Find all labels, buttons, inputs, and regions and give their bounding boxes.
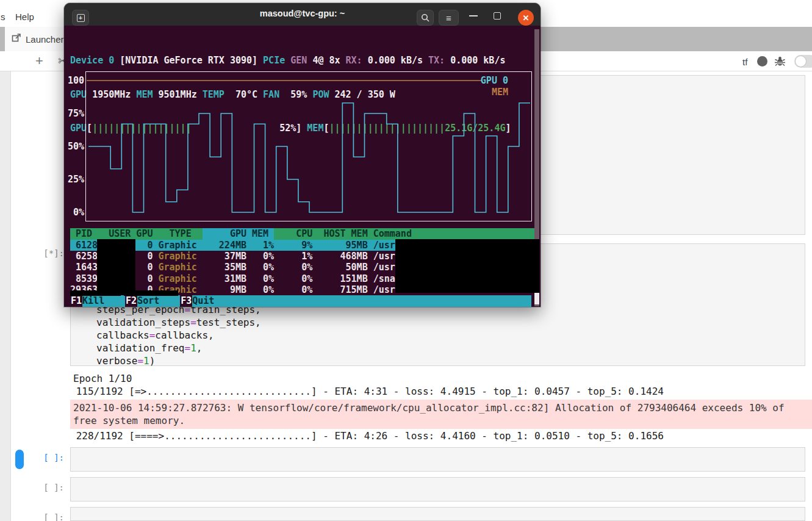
- tab-launcher-label: Launcher: [26, 34, 64, 45]
- redaction-box-user: [97, 239, 135, 295]
- code-line[interactable]: validation_steps=test_steps,: [96, 316, 261, 329]
- menu-item-help[interactable]: Help: [15, 12, 34, 22]
- code-line[interactable]: callbacks=callbacks,: [96, 329, 261, 342]
- kernel-busy-icon[interactable]: [757, 56, 767, 66]
- toggle-knob: [795, 56, 807, 67]
- stderr-warning-block: 2021-10-06 14:59:27.872763: W tensorflow…: [70, 400, 812, 429]
- cell-prompt-empty: [ ]:: [31, 512, 64, 521]
- y-tick-50: 50%: [64, 141, 84, 152]
- header-fill: [412, 228, 534, 240]
- output-progress-line-1: 115/1192 [=>............................…: [70, 385, 664, 398]
- y-tick-25: 25%: [64, 174, 84, 185]
- fkey-f3[interactable]: F3: [180, 295, 192, 307]
- legend-mem: MEM: [492, 87, 508, 98]
- hamburger-menu-button[interactable]: ≡: [439, 10, 459, 26]
- simple-mode-toggle[interactable]: [794, 55, 812, 68]
- fkey-action-sort[interactable]: Sort: [137, 295, 180, 307]
- terminal-text-segment: TX:: [428, 55, 450, 66]
- cell-prompt-active: [ ]:: [31, 453, 64, 462]
- terminal-text-segment: 0.000 kB/s: [368, 55, 428, 66]
- output-epoch-line: Epoch 1/10: [73, 372, 132, 385]
- close-button[interactable]: ✕: [518, 10, 534, 26]
- terminal-text-segment: 4@ 8x: [312, 55, 345, 66]
- y-tick-0: 0%: [64, 207, 84, 218]
- header-left: PID USER GPU TYPE: [70, 228, 203, 240]
- terminal-text-segment: Device 0: [70, 55, 120, 66]
- add-cell-icon[interactable]: +: [35, 53, 43, 69]
- left-sidebar-strip[interactable]: [0, 71, 11, 521]
- code-cell-input-4[interactable]: [70, 477, 805, 501]
- function-key-bar: F1KillF2SortF3Quit: [70, 295, 531, 307]
- code-cell-input-3[interactable]: [70, 447, 805, 472]
- fkey-f1[interactable]: F1: [70, 295, 82, 307]
- redaction-box-command: [395, 239, 539, 293]
- device-line: Device 0 [NVIDIA GeForce RTX 3090] PCIe …: [70, 55, 511, 66]
- code-line[interactable]: validation_freq=1,: [96, 342, 261, 354]
- minimize-button[interactable]: [469, 15, 478, 16]
- cell-prompt-empty: [ ]:: [31, 483, 64, 492]
- header-right: CPU HOST MEM Command: [274, 228, 412, 240]
- fkey-f2[interactable]: F2: [125, 295, 137, 307]
- maximize-button[interactable]: [494, 12, 501, 20]
- process-table-header[interactable]: PID USER GPU TYPE GPU MEM CPU HOST MEM C…: [70, 228, 534, 240]
- terminal-text-segment: PCIe: [263, 55, 290, 66]
- search-icon: [421, 13, 429, 22]
- terminal-text-segment: [NVIDIA GeForce RTX 3090]: [120, 55, 263, 66]
- debugger-bug-icon[interactable]: [774, 56, 786, 70]
- code-line[interactable]: verbose=1): [96, 354, 261, 367]
- terminal-text-segment: GPU: [70, 123, 87, 134]
- terminal-title: masoud@tvc-gpu: ~: [64, 9, 541, 18]
- terminal-text-segment: RX:: [346, 55, 368, 66]
- output-progress-line-2: 228/1192 [====>.........................…: [70, 429, 664, 442]
- search-button[interactable]: [417, 10, 434, 26]
- fkey-action-kill[interactable]: Kill: [82, 295, 125, 307]
- terminal-titlebar[interactable]: + masoud@tvc-gpu: ~ ≡ ✕: [64, 3, 541, 26]
- kernel-name-label[interactable]: tf: [742, 57, 747, 67]
- redaction-strip-2: [124, 290, 178, 296]
- header-sort-column[interactable]: GPU MEM: [203, 228, 274, 240]
- cell-prompt-running: [*]:: [31, 248, 64, 258]
- y-tick-75: 75%: [64, 108, 84, 119]
- redaction-strip-1: [70, 290, 121, 296]
- fkey-action-quit[interactable]: Quit: [192, 295, 531, 307]
- menu-item-partial[interactable]: s: [1, 12, 5, 22]
- terminal-text-segment: 0.000 kB/s: [450, 55, 505, 66]
- gpu-history-chart: [85, 71, 532, 221]
- terminal-text-segment: GEN: [290, 55, 312, 66]
- tab-launcher[interactable]: Launcher: [5, 27, 73, 51]
- launcher-icon: [12, 33, 21, 45]
- active-cell-indicator-bar: [15, 450, 24, 469]
- y-tick-100: 100: [64, 75, 84, 86]
- legend-gpu0: GPU 0: [481, 75, 508, 86]
- code-cell-input-5[interactable]: [70, 507, 805, 521]
